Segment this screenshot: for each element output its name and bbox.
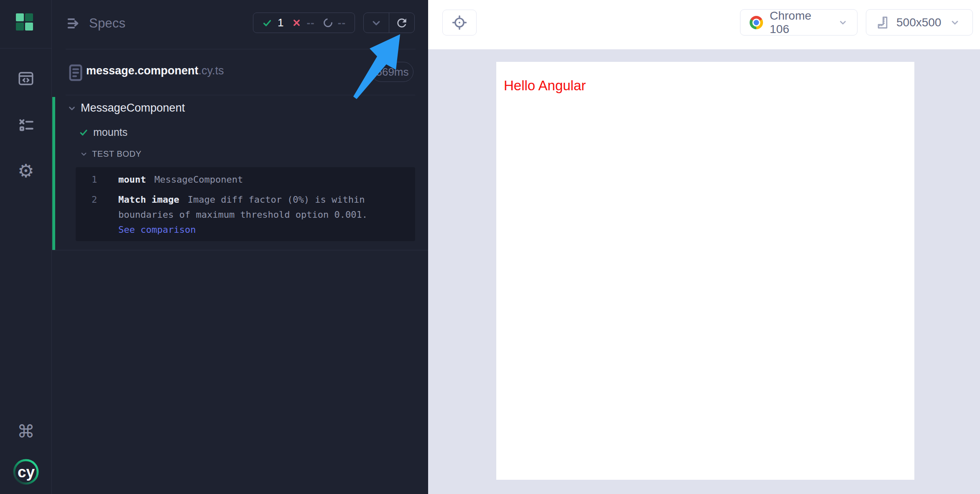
run-container-divider (52, 250, 428, 250)
command-number: 1 (92, 172, 118, 187)
browser-code-icon (17, 70, 35, 87)
selector-playground-button[interactable] (442, 10, 477, 36)
command-message: boundaries of maximum threshold option 0… (118, 209, 368, 220)
test-passed-check-icon (79, 128, 88, 137)
chrome-icon (750, 16, 763, 29)
spec-file-name: message.component.cy.ts (86, 64, 224, 77)
panel-title: Specs (89, 16, 125, 31)
viewport-selector-label: 500x500 (896, 16, 941, 29)
command-message: MessageComponent (154, 174, 243, 185)
test-row[interactable]: mounts (79, 126, 128, 138)
logo-square (16, 13, 24, 21)
spec-file-row[interactable]: message.component.cy.ts 569ms (52, 54, 428, 88)
command-number: 2 (92, 192, 118, 237)
running-icon (322, 17, 334, 29)
keyboard-shortcuts-button[interactable]: ⌘ (0, 422, 52, 441)
command-content: Match imageImage diff factor (0%) is wit… (118, 192, 368, 237)
pending-count: -- (338, 16, 346, 29)
failed-x-icon (292, 18, 301, 27)
refresh-icon (395, 16, 408, 30)
logo-square (16, 23, 24, 31)
logo-square (25, 23, 33, 31)
passed-run-indicator (52, 97, 55, 250)
spec-document-icon (67, 64, 84, 82)
reporter-header: Specs 1 -- -- (52, 0, 428, 49)
test-body-section[interactable]: TEST BODY (80, 149, 141, 159)
suite-row[interactable]: MessageComponent (67, 102, 185, 115)
cypress-app-logo[interactable] (16, 13, 33, 31)
specs-list-icon (66, 15, 82, 32)
cy-logo-icon: cy (12, 458, 40, 487)
reporter-actions (363, 13, 415, 33)
gear-icon: ⚙ (18, 161, 34, 181)
command-message: Image diff factor (0%) is within (188, 194, 365, 205)
chevron-down-icon (838, 17, 848, 28)
logo-square (25, 13, 33, 21)
suite-title: MessageComponent (81, 102, 185, 115)
command-log: 1 mountMessageComponent 2 Match imageIma… (76, 167, 415, 241)
header-divider (66, 49, 416, 49)
command-name: Match image (118, 194, 179, 205)
command-key-icon: ⌘ (17, 422, 35, 441)
run-stats: 1 -- -- (253, 13, 355, 33)
see-comparison-link[interactable]: See comparison (118, 224, 196, 235)
spec-duration-badge: 569ms (371, 62, 413, 82)
browser-selector-label: Chrome 106 (770, 9, 829, 36)
aut-message: Hello Angular (504, 78, 586, 94)
sidebar-divider (0, 48, 51, 48)
passed-count: 1 (278, 16, 283, 29)
reporter-panel: Specs 1 -- -- (52, 0, 428, 494)
aut-iframe: Hello Angular (496, 62, 914, 480)
sidebar-item-runs[interactable] (0, 117, 52, 134)
cypress-version-badge[interactable]: cy (12, 458, 40, 487)
aut-header: Chrome 106 500x500 (428, 0, 980, 49)
sidebar-item-specs[interactable] (0, 70, 52, 87)
aut-pane: Chrome 106 500x500 Hello Angular (428, 0, 980, 494)
test-title: mounts (93, 126, 128, 138)
command-content: mountMessageComponent (118, 172, 243, 187)
collapse-all-button[interactable] (364, 13, 389, 33)
command-name: mount (118, 174, 146, 185)
rerun-tests-button[interactable] (389, 13, 414, 33)
app-sidebar: ⚙ ⌘ cy (0, 0, 52, 494)
section-title: TEST BODY (92, 149, 141, 159)
viewport-size-selector[interactable]: 500x500 (866, 9, 973, 36)
failed-count: -- (306, 16, 314, 29)
chevron-down-icon (80, 150, 88, 158)
chevron-down-icon (67, 104, 77, 113)
chevron-down-icon (949, 17, 960, 28)
sidebar-item-settings[interactable]: ⚙ (0, 161, 52, 181)
command-row-mount[interactable]: 1 mountMessageComponent (76, 172, 415, 187)
passed-check-icon (262, 18, 272, 28)
ruler-icon (875, 15, 890, 30)
svg-text:cy: cy (18, 463, 35, 481)
test-runs-icon (17, 117, 35, 134)
crosshair-icon (452, 15, 467, 31)
browser-selector[interactable]: Chrome 106 (740, 9, 858, 36)
spec-divider (66, 95, 415, 95)
chevron-down-icon (370, 17, 383, 29)
command-row-match-image[interactable]: 2 Match imageImage diff factor (0%) is w… (76, 192, 415, 237)
